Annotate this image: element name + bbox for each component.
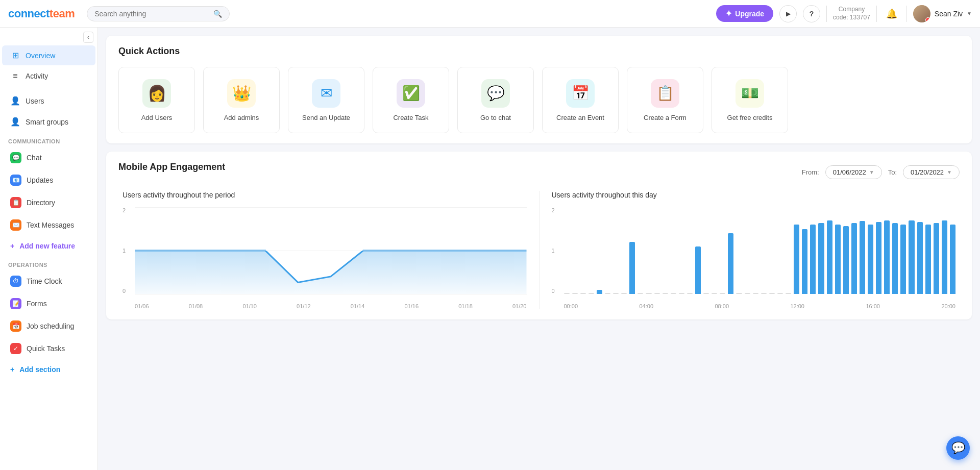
sidebar-item-label: Quick Tasks	[27, 344, 65, 353]
sidebar-item-label: Activity	[26, 72, 48, 80]
create-form-label: Create a Form	[644, 114, 687, 121]
sidebar-item-label: Text Messages	[27, 221, 74, 229]
get-credits-icon-wrap: 💵	[736, 79, 764, 108]
bar-34	[843, 226, 849, 294]
search-input[interactable]	[94, 10, 209, 18]
sidebar-item-activity[interactable]: ≡ Activity	[2, 66, 95, 86]
user-menu[interactable]: Sean Ziv ▼	[913, 5, 972, 22]
play-icon: ▶	[786, 10, 791, 17]
add-section-label: Add section	[19, 365, 60, 374]
sidebar-item-chat[interactable]: 💬 Chat	[2, 147, 95, 168]
operations-section-label: Operations	[0, 256, 97, 270]
notifications-button[interactable]: 🔔	[883, 5, 900, 22]
from-date-select[interactable]: 01/06/2022 ▼	[825, 165, 882, 179]
action-create-event[interactable]: 📅 Create an Event	[542, 67, 619, 133]
get-credits-icon: 💵	[741, 85, 759, 102]
action-create-task[interactable]: ✅ Create Task	[373, 67, 449, 133]
nav-right: ✦ Upgrade ▶ ? Company code: 133707 🔔 Sea…	[716, 5, 972, 22]
logo-text: connectteam	[8, 7, 75, 20]
create-event-icon: 📅	[572, 85, 590, 102]
bar-17	[703, 293, 709, 294]
send-update-label: Send an Update	[302, 114, 350, 121]
forms-icon: 📝	[10, 298, 21, 309]
create-task-label: Create Task	[393, 114, 428, 121]
quick-tasks-icon: ✓	[10, 343, 21, 354]
bar-38	[876, 222, 881, 294]
chat-support-button[interactable]: 💬	[946, 436, 970, 460]
sidebar-item-quick-tasks[interactable]: ✓ Quick Tasks	[2, 338, 95, 359]
avatar	[913, 5, 930, 22]
company-code: Company code: 133707	[833, 6, 870, 21]
sidebar-item-smart-groups[interactable]: 👤 Smart groups	[2, 112, 95, 132]
sidebar-item-text-messages[interactable]: ✉️ Text Messages	[2, 214, 95, 236]
chat-support-icon: 💬	[951, 441, 965, 455]
communication-section-label: Communication	[0, 132, 97, 146]
bar-chart-x-labels: 00:00 04:00 08:00 12:00 16:00 20:00	[564, 303, 956, 309]
quick-actions-title: Quick Actions	[118, 46, 960, 57]
play-button[interactable]: ▶	[779, 5, 797, 22]
line-chart-section: Users activity throughout the period 2 1…	[118, 191, 540, 309]
bar-20	[728, 233, 733, 294]
from-date-value: 01/06/2022	[833, 168, 866, 176]
bar-32	[827, 220, 832, 294]
sidebar-item-directory[interactable]: 📋 Directory	[2, 192, 95, 213]
bar-19	[720, 293, 725, 294]
logo: connectteam	[8, 7, 75, 20]
action-go-to-chat[interactable]: 💬 Go to chat	[457, 67, 534, 133]
go-to-chat-label: Go to chat	[480, 114, 511, 121]
bar-25	[769, 293, 775, 294]
sidebar-item-job-scheduling[interactable]: 📅 Job scheduling	[2, 315, 95, 337]
add-new-feature-button[interactable]: + Add new feature	[2, 237, 95, 255]
bar-44	[925, 225, 931, 294]
sidebar-item-overview[interactable]: ⊞ Overview	[2, 45, 95, 65]
create-event-label: Create an Event	[556, 114, 604, 121]
user-name: Sean Ziv	[935, 10, 963, 18]
bar-5	[605, 293, 610, 294]
sidebar-item-label: Updates	[27, 176, 53, 184]
grid-icon: ⊞	[10, 51, 20, 60]
nav-divider-3	[906, 6, 907, 22]
bar-31	[818, 223, 824, 294]
help-icon: ?	[810, 10, 814, 18]
line-chart-x-labels: 01/06 01/08 01/10 01/12 01/14 01/16 01/1…	[135, 303, 527, 309]
sidebar-collapse-button[interactable]: ‹	[83, 32, 93, 43]
sidebar-item-label: Users	[26, 97, 44, 105]
sidebar-item-label: Overview	[26, 52, 55, 60]
action-get-credits[interactable]: 💵 Get free credits	[712, 67, 788, 133]
bar-46	[942, 220, 947, 294]
help-button[interactable]: ?	[803, 5, 820, 22]
add-section-button[interactable]: + Add section	[2, 360, 95, 379]
line-chart-area	[135, 207, 527, 294]
action-create-form[interactable]: 📋 Create a Form	[627, 67, 703, 133]
search-bar[interactable]: 🔍	[87, 6, 230, 21]
send-update-icon: ✉	[321, 85, 332, 102]
action-add-users[interactable]: 👩 Add Users	[118, 67, 195, 133]
star-icon: ✦	[725, 9, 732, 18]
bar-14	[679, 293, 684, 294]
updates-icon: 📧	[10, 175, 21, 186]
menu-icon: ≡	[10, 71, 20, 81]
main-content: Quick Actions 👩 Add Users 👑 Add admins	[98, 28, 980, 470]
search-icon: 🔍	[213, 10, 222, 18]
from-label: From:	[802, 168, 819, 176]
sidebar-item-forms[interactable]: 📝 Forms	[2, 293, 95, 314]
action-add-admins[interactable]: 👑 Add admins	[203, 67, 280, 133]
go-to-chat-icon: 💬	[487, 85, 505, 102]
sidebar-item-label: Chat	[27, 154, 42, 162]
bar-18	[712, 293, 717, 294]
bar-15	[687, 293, 693, 294]
grid-line-bottom	[135, 294, 527, 294]
engagement-section: Mobile App Engagement From: 01/06/2022 ▼…	[106, 152, 972, 319]
sidebar-item-users[interactable]: 👤 Users	[2, 91, 95, 111]
plus-icon: +	[10, 242, 14, 250]
upgrade-button[interactable]: ✦ Upgrade	[716, 5, 773, 22]
to-date-select[interactable]: 01/20/2022 ▼	[903, 165, 960, 179]
add-admins-label: Add admins	[224, 114, 259, 121]
sidebar-item-time-clock[interactable]: ⏱ Time Clock	[2, 270, 95, 292]
send-update-icon-wrap: ✉	[312, 79, 340, 108]
create-form-icon: 📋	[656, 85, 674, 102]
sidebar-item-updates[interactable]: 📧 Updates	[2, 169, 95, 191]
line-chart-title: Users activity throughout the period	[122, 191, 527, 199]
action-send-update[interactable]: ✉ Send an Update	[288, 67, 364, 133]
bar-6	[613, 293, 619, 294]
